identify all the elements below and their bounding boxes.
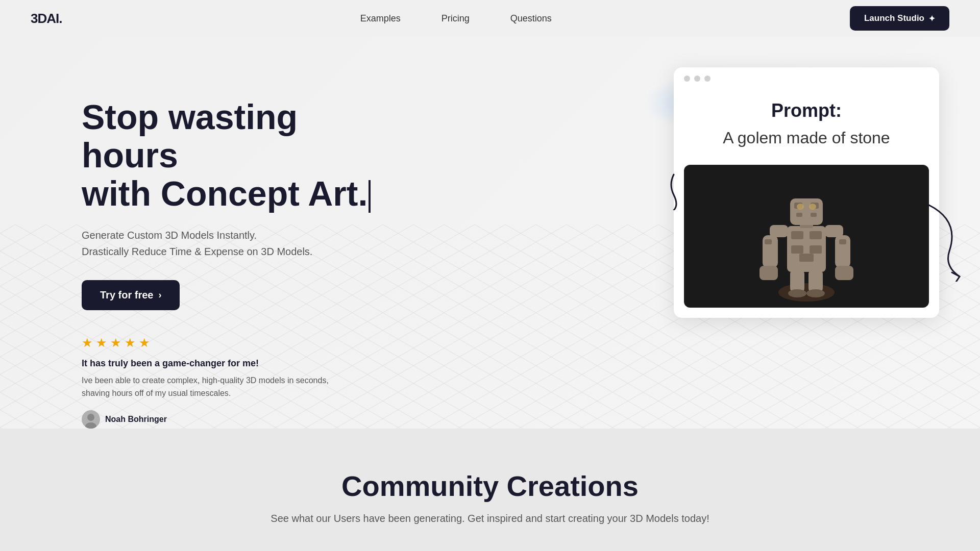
squiggle-decoration bbox=[643, 169, 684, 212]
community-section: Community Creations See what our Users h… bbox=[0, 429, 980, 551]
nav-link-questions[interactable]: Questions bbox=[510, 13, 552, 24]
navbar: 3DAI. Examples Pricing Questions Launch … bbox=[0, 0, 980, 37]
svg-rect-10 bbox=[799, 254, 814, 262]
svg-point-29 bbox=[788, 289, 806, 297]
svg-rect-27 bbox=[790, 270, 804, 292]
svg-rect-9 bbox=[810, 245, 822, 254]
star-1: ★ bbox=[82, 336, 93, 350]
dot-2 bbox=[694, 76, 700, 82]
arrow-decoration bbox=[919, 200, 980, 284]
launch-studio-button[interactable]: Launch Studio ✦ bbox=[850, 6, 949, 31]
svg-rect-12 bbox=[790, 198, 823, 225]
svg-rect-8 bbox=[791, 245, 803, 254]
model-image bbox=[684, 165, 929, 308]
svg-rect-6 bbox=[791, 231, 803, 239]
dot-3 bbox=[704, 76, 710, 82]
cursor bbox=[369, 180, 371, 213]
hero-right: Prompt: A golem made of stone bbox=[674, 67, 939, 318]
star-2: ★ bbox=[96, 336, 107, 350]
dot-1 bbox=[684, 76, 690, 82]
logo: 3DAI. bbox=[31, 11, 62, 27]
svg-point-17 bbox=[797, 204, 804, 210]
community-subtitle: See what our Users have been generating.… bbox=[82, 513, 898, 524]
svg-rect-26 bbox=[835, 266, 853, 280]
prompt-card: Prompt: A golem made of stone bbox=[674, 67, 939, 318]
svg-rect-21 bbox=[765, 239, 772, 244]
nav-links: Examples Pricing Questions bbox=[360, 13, 552, 24]
hero-left: Stop wasting hours with Concept Art. Gen… bbox=[82, 67, 398, 429]
svg-rect-22 bbox=[760, 266, 778, 280]
svg-rect-16 bbox=[811, 213, 817, 217]
star-3: ★ bbox=[110, 336, 121, 350]
reviewer-name: Noah Bohringer bbox=[105, 415, 167, 424]
card-body: Prompt: A golem made of stone bbox=[674, 90, 939, 165]
svg-point-2 bbox=[87, 414, 94, 421]
svg-rect-25 bbox=[839, 239, 846, 244]
svg-rect-15 bbox=[796, 213, 802, 217]
prompt-value: A golem made of stone bbox=[694, 127, 919, 149]
try-free-button[interactable]: Try for free › bbox=[82, 280, 180, 310]
svg-point-18 bbox=[809, 204, 816, 210]
star-rating: ★ ★ ★ ★ ★ bbox=[82, 336, 398, 350]
golem-svg bbox=[750, 170, 863, 303]
svg-point-4 bbox=[778, 283, 835, 302]
review-text: Ive been able to create complex, high-qu… bbox=[82, 374, 347, 400]
card-titlebar bbox=[674, 67, 939, 90]
hero-section: Stop wasting hours with Concept Art. Gen… bbox=[0, 37, 980, 429]
hero-title: Stop wasting hours with Concept Art. bbox=[82, 98, 398, 213]
svg-point-30 bbox=[806, 289, 825, 297]
review-title: It has truly been a game-changer for me! bbox=[82, 358, 398, 369]
hero-subtitle: Generate Custom 3D Models Instantly. Dra… bbox=[82, 227, 398, 260]
arrow-right-icon: › bbox=[158, 290, 161, 300]
svg-rect-28 bbox=[808, 270, 823, 292]
reviewer: Noah Bohringer bbox=[82, 410, 398, 429]
nav-link-examples[interactable]: Examples bbox=[360, 13, 401, 24]
star-4: ★ bbox=[125, 336, 136, 350]
sparkle-icon: ✦ bbox=[928, 14, 935, 23]
nav-link-pricing[interactable]: Pricing bbox=[442, 13, 470, 24]
star-5: ★ bbox=[139, 336, 150, 350]
reviewer-avatar bbox=[82, 410, 100, 429]
prompt-label: Prompt: bbox=[694, 100, 919, 121]
svg-rect-7 bbox=[810, 231, 822, 239]
community-title: Community Creations bbox=[82, 469, 898, 503]
